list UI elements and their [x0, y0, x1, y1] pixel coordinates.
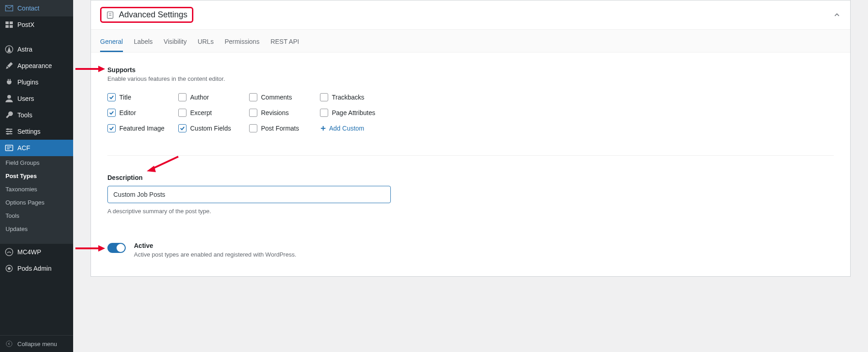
sidebar-label: ACF	[17, 144, 30, 152]
svg-point-7	[10, 131, 11, 132]
document-icon	[106, 11, 114, 19]
sidebar-item-postx[interactable]: PostX	[0, 16, 73, 33]
supports-checkbox-comments[interactable]: Comments	[249, 93, 320, 101]
mail-icon	[5, 4, 14, 13]
astra-icon	[5, 45, 14, 54]
active-help: Active post types are enabled and regist…	[134, 251, 296, 258]
checkbox-icon	[249, 124, 257, 132]
checkbox-label: Revisions	[261, 109, 289, 116]
supports-checkbox-title[interactable]: Title	[107, 93, 178, 101]
panel-title-highlight: Advanced Settings	[100, 7, 193, 23]
annotation-arrow-icon	[75, 64, 107, 74]
tab-rest-api[interactable]: REST API	[271, 35, 299, 52]
add-custom-button[interactable]: Add Custom	[320, 124, 391, 132]
sidebar-item-acf[interactable]: ACF	[0, 140, 73, 156]
checkbox-icon	[178, 124, 186, 132]
svg-rect-9	[5, 145, 13, 151]
checkbox-icon	[320, 93, 328, 101]
svg-point-8	[7, 133, 9, 135]
description-label: Description	[107, 174, 834, 181]
tab-urls[interactable]: URLs	[197, 35, 213, 52]
supports-title: Supports	[107, 66, 834, 74]
supports-checkbox-page-attributes[interactable]: Page Attributes	[320, 109, 391, 117]
user-icon	[5, 94, 14, 103]
sidebar-item-astra[interactable]: Astra	[0, 41, 73, 58]
tab-visibility[interactable]: Visibility	[164, 35, 186, 52]
pods-icon	[5, 264, 14, 273]
active-toggle[interactable]	[107, 243, 126, 253]
brush-icon	[5, 61, 14, 70]
description-input[interactable]	[107, 186, 391, 203]
sidebar-item-appearance[interactable]: Appearance	[0, 58, 73, 74]
tab-permissions[interactable]: Permissions	[224, 35, 259, 52]
submenu-taxonomies[interactable]: Taxonomies	[0, 183, 73, 196]
supports-help: Enable various features in the content e…	[107, 75, 834, 82]
sidebar-item-tools[interactable]: Tools	[0, 107, 73, 123]
submenu-tools[interactable]: Tools	[0, 209, 73, 222]
submenu-updates[interactable]: Updates	[0, 222, 73, 236]
sidebar-item-users[interactable]: Users	[0, 90, 73, 107]
checkbox-label: Editor	[119, 109, 136, 116]
plug-icon	[5, 78, 14, 87]
svg-rect-3	[10, 25, 13, 28]
svg-rect-2	[5, 25, 9, 28]
collapse-menu[interactable]: Collapse menu	[0, 335, 73, 352]
description-hint: A descriptive summary of the post type.	[107, 208, 834, 215]
checkbox-label: Comments	[261, 94, 292, 101]
sidebar-label: Pods Admin	[17, 265, 52, 272]
annotation-arrow-icon	[144, 156, 181, 174]
tab-labels[interactable]: Labels	[134, 35, 153, 52]
supports-checkbox-custom-fields[interactable]: Custom Fields	[178, 124, 249, 132]
collapse-icon	[5, 339, 14, 348]
submenu-field-groups[interactable]: Field Groups	[0, 156, 73, 169]
sidebar-label: Appearance	[17, 62, 52, 69]
sidebar-item-pods[interactable]: Pods Admin	[0, 260, 73, 277]
supports-checkbox-post-formats[interactable]: Post Formats	[249, 124, 320, 132]
sidebar-label: Tools	[17, 111, 32, 119]
sidebar-item-mc4wp[interactable]: MC4WP	[0, 244, 73, 260]
main-content: Advanced Settings General Labels Visibil…	[73, 0, 868, 352]
sliders-icon	[5, 127, 14, 136]
active-section: Active Active post types are enabled and…	[107, 242, 834, 258]
svg-point-6	[7, 128, 9, 130]
svg-rect-14	[107, 11, 113, 18]
checkbox-label: Page Attributes	[332, 109, 375, 116]
checkbox-label: Post Formats	[261, 125, 299, 132]
supports-checkbox-editor[interactable]: Editor	[107, 109, 178, 117]
svg-point-12	[8, 267, 11, 270]
tab-general[interactable]: General	[100, 35, 123, 52]
sidebar-item-plugins[interactable]: Plugins	[0, 74, 73, 90]
supports-checkbox-author[interactable]: Author	[178, 93, 249, 101]
sidebar-item-settings[interactable]: Settings	[0, 123, 73, 140]
sidebar-item-contact[interactable]: Contact	[0, 0, 73, 16]
sidebar-label: Contact	[17, 5, 39, 12]
sidebar-label: Plugins	[17, 79, 38, 86]
admin-sidebar: Contact PostX Astra Appearance Plugins U…	[0, 0, 73, 352]
supports-section: Supports Enable various features in the …	[107, 66, 834, 132]
postx-icon	[5, 20, 14, 29]
checkbox-label: Title	[119, 94, 131, 101]
supports-checkbox-revisions[interactable]: Revisions	[249, 109, 320, 117]
checkbox-label: Author	[190, 94, 209, 101]
submenu-post-types[interactable]: Post Types	[0, 169, 73, 183]
plus-icon	[320, 125, 326, 131]
supports-checkbox-trackbacks[interactable]: Trackbacks	[320, 93, 391, 101]
svg-point-13	[6, 341, 12, 347]
submenu-options-pages[interactable]: Options Pages	[0, 196, 73, 209]
supports-checkbox-excerpt[interactable]: Excerpt	[178, 109, 249, 117]
checkbox-icon	[178, 109, 186, 117]
wrench-icon	[5, 110, 14, 120]
sidebar-label: MC4WP	[17, 248, 41, 256]
description-section: Description A descriptive summary of the…	[107, 174, 834, 215]
sidebar-label: Settings	[17, 128, 41, 135]
mc-icon	[5, 247, 14, 257]
settings-tabs: General Labels Visibility URLs Permissio…	[91, 30, 850, 53]
advanced-settings-panel: Advanced Settings General Labels Visibil…	[91, 0, 851, 277]
panel-title: Advanced Settings	[119, 10, 187, 20]
checkbox-icon	[178, 93, 186, 101]
svg-point-5	[7, 95, 11, 99]
supports-checkbox-featured-image[interactable]: Featured Image	[107, 124, 178, 132]
panel-collapse-toggle[interactable]	[833, 11, 841, 19]
checkbox-icon	[249, 93, 257, 101]
panel-header: Advanced Settings	[91, 0, 850, 30]
